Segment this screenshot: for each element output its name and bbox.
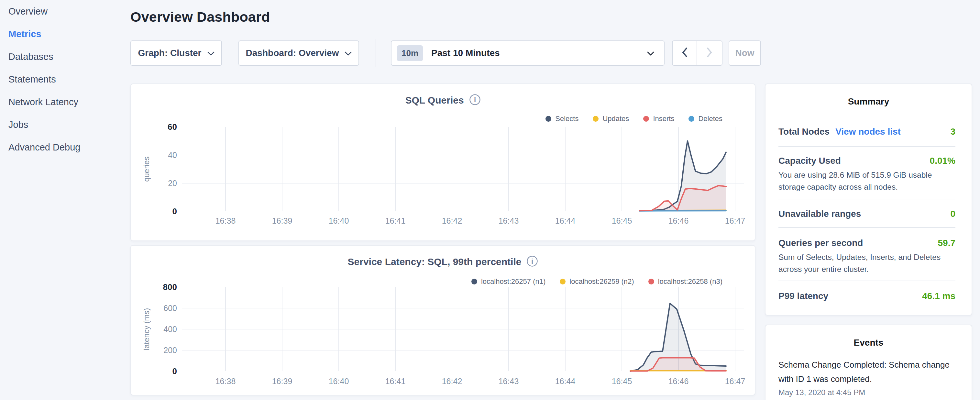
service-latency-chart-card: Service Latency: SQL, 99th percentile i … <box>130 245 756 395</box>
sidebar-nav: Overview Metrics Databases Statements Ne… <box>0 0 123 400</box>
sidebar-item-databases[interactable]: Databases <box>0 45 123 68</box>
divider <box>778 280 955 281</box>
chevron-down-icon <box>345 48 352 58</box>
sidebar-item-jobs[interactable]: Jobs <box>0 113 123 136</box>
chevron-left-icon <box>682 48 687 59</box>
dashboard-dropdown[interactable]: Dashboard: Overview <box>239 40 359 66</box>
svg-text:16:44: 16:44 <box>555 216 576 225</box>
svg-text:16:38: 16:38 <box>215 216 236 225</box>
svg-text:200: 200 <box>163 346 177 355</box>
event-item-timestamp: May 13, 2020 at 4:45 PM <box>778 388 865 397</box>
summary-title: Summary <box>765 96 972 107</box>
svg-text:16:45: 16:45 <box>612 216 632 225</box>
svg-text:16:47: 16:47 <box>725 377 745 386</box>
time-range-label: Past 10 Minutes <box>431 48 500 58</box>
svg-text:16:45: 16:45 <box>612 377 632 386</box>
svg-text:16:42: 16:42 <box>442 377 462 386</box>
sql-queries-chart-card: SQL Queries i Selects Updates Inserts De… <box>130 83 756 241</box>
svg-text:queries: queries <box>142 156 151 182</box>
queries-per-second-value: 59.7 <box>938 238 956 248</box>
svg-text:600: 600 <box>163 304 177 312</box>
sidebar-item-advanced-debug[interactable]: Advanced Debug <box>0 136 123 159</box>
svg-text:800: 800 <box>163 282 177 292</box>
service-latency-plot[interactable]: 16:3816:3916:4016:4116:4216:4316:4416:45… <box>131 245 756 396</box>
graph-scope-dropdown[interactable]: Graph: Cluster <box>130 40 222 66</box>
summary-row-queries-per-second: Queries per second 59.7 <box>778 237 955 249</box>
svg-text:16:41: 16:41 <box>385 377 406 386</box>
capacity-used-description: You are using 28.6 MiB of 515.9 GiB usab… <box>778 169 958 193</box>
sidebar-item-metrics[interactable]: Metrics <box>0 23 123 45</box>
svg-text:16:43: 16:43 <box>499 216 519 225</box>
svg-text:16:43: 16:43 <box>499 377 519 386</box>
svg-text:60: 60 <box>168 122 177 132</box>
sidebar-item-overview[interactable]: Overview <box>0 0 123 23</box>
event-item-text[interactable]: Schema Change Completed: Schema change w… <box>778 358 961 386</box>
dashboard-dropdown-label: Dashboard: Overview <box>246 48 339 58</box>
svg-text:16:42: 16:42 <box>442 216 462 225</box>
time-range-selector[interactable]: 10m Past 10 Minutes <box>391 40 665 66</box>
svg-text:0: 0 <box>172 367 177 376</box>
sql-queries-plot[interactable]: 16:3816:3916:4016:4116:4216:4316:4416:45… <box>131 84 756 242</box>
sidebar-item-network-latency[interactable]: Network Latency <box>0 91 123 113</box>
summary-row-capacity-used: Capacity Used 0.01% <box>778 155 955 167</box>
summary-row-total-nodes: Total Nodes View nodes list 3 <box>778 126 955 138</box>
capacity-used-value: 0.01% <box>930 156 955 166</box>
svg-text:16:47: 16:47 <box>725 216 745 225</box>
page-title: Overview Dashboard <box>130 9 270 25</box>
summary-row-unavailable-ranges: Unavailable ranges 0 <box>778 208 955 220</box>
now-button[interactable]: Now <box>729 40 761 66</box>
chevron-down-icon <box>207 48 215 58</box>
divider <box>778 227 955 228</box>
time-step-buttons <box>672 40 722 66</box>
unavailable-ranges-value: 0 <box>950 209 955 219</box>
svg-text:16:46: 16:46 <box>668 216 689 225</box>
view-nodes-list-link[interactable]: View nodes list <box>835 126 901 137</box>
graph-scope-dropdown-label: Graph: Cluster <box>138 48 201 58</box>
sidebar-item-statements[interactable]: Statements <box>0 68 123 91</box>
svg-text:16:44: 16:44 <box>555 377 576 386</box>
total-nodes-value: 3 <box>950 126 955 137</box>
svg-text:20: 20 <box>168 178 177 188</box>
svg-text:16:41: 16:41 <box>385 216 406 225</box>
summary-row-p99-latency: P99 latency 46.1 ms <box>778 290 955 302</box>
overview-dashboard-screen: Overview Metrics Databases Statements Ne… <box>0 0 980 400</box>
summary-panel: Summary Total Nodes View nodes list 3 Ca… <box>765 83 972 316</box>
svg-text:16:40: 16:40 <box>329 377 349 386</box>
p99-latency-value: 46.1 ms <box>922 291 955 301</box>
chevron-down-icon <box>647 51 654 57</box>
svg-text:16:39: 16:39 <box>272 216 293 225</box>
controls-divider <box>375 39 376 67</box>
svg-text:0: 0 <box>172 207 177 216</box>
divider <box>778 199 955 199</box>
events-panel: Events Schema Change Completed: Schema c… <box>765 325 972 400</box>
svg-text:16:46: 16:46 <box>668 377 689 386</box>
next-time-button[interactable] <box>697 41 722 65</box>
svg-text:16:39: 16:39 <box>272 377 293 386</box>
svg-text:400: 400 <box>163 325 177 334</box>
time-range-badge: 10m <box>397 45 423 61</box>
svg-text:16:40: 16:40 <box>329 216 349 225</box>
queries-per-second-description: Sum of Selects, Updates, Inserts, and De… <box>778 251 958 275</box>
chevron-right-icon <box>706 48 713 59</box>
divider <box>778 146 955 147</box>
svg-text:40: 40 <box>168 150 177 159</box>
svg-text:16:38: 16:38 <box>215 377 236 386</box>
events-title: Events <box>765 338 972 348</box>
svg-text:latency (ms): latency (ms) <box>142 308 151 351</box>
previous-time-button[interactable] <box>673 41 697 65</box>
